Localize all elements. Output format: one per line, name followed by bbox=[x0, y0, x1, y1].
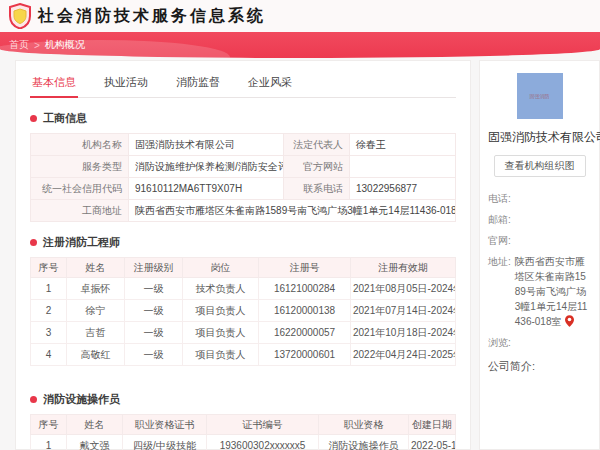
col-header: 序号 bbox=[31, 258, 67, 278]
field-label: 统一社会信用代码 bbox=[31, 178, 129, 200]
section-operators: 消防设施操作员 bbox=[30, 392, 456, 407]
breadcrumb: 首页 > 机构概况 bbox=[9, 38, 85, 52]
service-type-value: 消防设施维护保养检测/消防安全评估 bbox=[129, 156, 284, 178]
section-engineers: 注册消防工程师 bbox=[30, 235, 456, 250]
breadcrumb-current: 机构概况 bbox=[45, 38, 85, 52]
col-header: 姓名 bbox=[67, 415, 123, 435]
col-header: 职业资格 bbox=[319, 415, 409, 435]
view-org-chart-button[interactable]: 查看机构组织图 bbox=[494, 155, 586, 177]
table-header-row: 序号 姓名 职业资格证书 证书编号 职业资格 创建日期 bbox=[31, 415, 456, 435]
tab-enterprise-showcase[interactable]: 企业风采 bbox=[246, 71, 294, 97]
col-header: 注册级别 bbox=[125, 258, 183, 278]
phone-field: 电话: bbox=[488, 191, 591, 206]
col-header: 职业资格证书 bbox=[123, 415, 207, 435]
legal-rep-value: 徐春王 bbox=[350, 134, 456, 156]
sidebar-company-name: 固强消防技术有限公司 bbox=[488, 129, 591, 146]
tab-practice-activity[interactable]: 执业活动 bbox=[102, 71, 150, 97]
section-bullet-icon bbox=[30, 396, 37, 403]
table-row: 3吉哲一级项目负责人162200000572021年10月18日-2024年10… bbox=[31, 322, 456, 344]
field-label: 法定代表人 bbox=[284, 134, 350, 156]
content: 基本信息 执业活动 消防监督 企业风采 工商信息 机构名称 固强消防技术有限公司… bbox=[0, 58, 600, 450]
col-header: 岗位 bbox=[183, 258, 259, 278]
field-label: 工商地址 bbox=[31, 200, 129, 222]
table-row: 服务类型 消防设施维护保养检测/消防安全评估 官方网站 bbox=[31, 156, 456, 178]
breadcrumb-separator: > bbox=[34, 40, 40, 51]
table-row: 2徐宁一级项目负责人161200001382021年07月14日-2024年07… bbox=[31, 300, 456, 322]
table-row: 1卓振怀一级技术负责人161210002842021年08月05日-2024年0… bbox=[31, 278, 456, 300]
views-field: 浏览: bbox=[488, 335, 591, 350]
section-bullet-icon bbox=[30, 239, 37, 246]
field-label: 官方网站 bbox=[284, 156, 350, 178]
website-value bbox=[350, 156, 456, 178]
tab-basic-info[interactable]: 基本信息 bbox=[30, 71, 78, 98]
section-bullet-icon bbox=[30, 115, 37, 122]
shield-logo-icon bbox=[8, 3, 32, 29]
col-header: 姓名 bbox=[67, 258, 125, 278]
phone-value: 13022956877 bbox=[350, 178, 456, 200]
operators-table: 序号 姓名 职业资格证书 证书编号 职业资格 创建日期 1戴文强四级/中级技能1… bbox=[30, 414, 456, 450]
app-title: 社会消防技术服务信息系统 bbox=[38, 6, 266, 27]
table-row: 1戴文强四级/中级技能193600302xxxxxx5消防设施操作员2022-0… bbox=[31, 435, 456, 450]
table-row: 4高敬红一级项目负责人137200006012022年04月24日-2025年0… bbox=[31, 344, 456, 366]
section-title: 注册消防工程师 bbox=[43, 235, 120, 250]
breadcrumb-home-link[interactable]: 首页 bbox=[9, 38, 29, 52]
website-field: 官网: bbox=[488, 233, 591, 248]
engineers-table: 序号 姓名 注册级别 岗位 注册号 注册有效期 1卓振怀一级技术负责人16121… bbox=[30, 257, 456, 366]
table-row: 统一社会信用代码 91610112MA6TT9X07H 联系电话 1302295… bbox=[31, 178, 456, 200]
table-row: 工商地址 陕西省西安市雁塔区朱雀南路1589号南飞鸿广场3幢1单元14层1143… bbox=[31, 200, 456, 222]
table-header-row: 序号 姓名 注册级别 岗位 注册号 注册有效期 bbox=[31, 258, 456, 278]
logo-watermark: 固强消防 bbox=[530, 93, 550, 100]
col-header: 注册号 bbox=[259, 258, 351, 278]
company-logo-image: 固强消防 bbox=[517, 73, 563, 119]
app-header: 社会消防技术服务信息系统 bbox=[0, 0, 600, 32]
section-title: 工商信息 bbox=[43, 111, 87, 126]
credit-code-value: 91610112MA6TT9X07H bbox=[129, 178, 284, 200]
field-label: 服务类型 bbox=[31, 156, 129, 178]
company-profile-label: 公司简介: bbox=[488, 359, 591, 374]
tab-bar: 基本信息 执业活动 消防监督 企业风采 bbox=[30, 67, 456, 98]
main-panel: 基本信息 执业活动 消防监督 企业风采 工商信息 机构名称 固强消防技术有限公司… bbox=[15, 60, 471, 450]
section-title: 消防设施操作员 bbox=[43, 392, 120, 407]
sidebar-address-value: 陕西省西安市雁塔区朱雀南路1589号南飞鸿广场3幢1单元14层11436-018… bbox=[515, 254, 591, 329]
address-field: 地址: 陕西省西安市雁塔区朱雀南路1589号南飞鸿广场3幢1单元14层11436… bbox=[488, 254, 591, 329]
email-field: 邮箱: bbox=[488, 212, 591, 227]
col-header: 序号 bbox=[31, 415, 67, 435]
col-header: 注册有效期 bbox=[351, 258, 456, 278]
location-pin-icon[interactable] bbox=[565, 315, 574, 327]
field-label: 机构名称 bbox=[31, 134, 129, 156]
business-address-value: 陕西省西安市雁塔区朱雀南路1589号南飞鸿广场3幢1单元14层11436-018… bbox=[129, 200, 456, 222]
org-name-value: 固强消防技术有限公司 bbox=[129, 134, 284, 156]
col-header: 创建日期 bbox=[409, 415, 456, 435]
business-info-table: 机构名称 固强消防技术有限公司 法定代表人 徐春王 服务类型 消防设施维护保养检… bbox=[30, 133, 456, 222]
breadcrumb-banner: 首页 > 机构概况 bbox=[0, 32, 600, 58]
company-sidebar: 固强消防 固强消防技术有限公司 查看机构组织图 电话: 邮箱: 官网: 地址: … bbox=[479, 60, 600, 450]
tab-fire-supervision[interactable]: 消防监督 bbox=[174, 71, 222, 97]
table-row: 机构名称 固强消防技术有限公司 法定代表人 徐春王 bbox=[31, 134, 456, 156]
field-label: 联系电话 bbox=[284, 178, 350, 200]
section-business-info: 工商信息 bbox=[30, 111, 456, 126]
col-header: 证书编号 bbox=[207, 415, 319, 435]
